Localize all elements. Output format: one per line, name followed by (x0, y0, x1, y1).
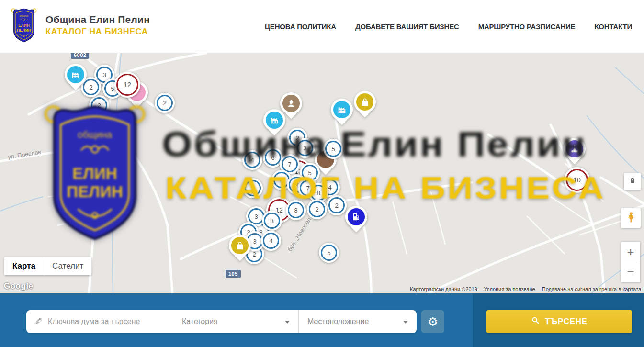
map-cluster-marker[interactable]: 4 (261, 231, 281, 251)
pegman-icon (625, 211, 637, 225)
watermark-crest: община ЕЛИН ПЕЛИН (41, 102, 149, 243)
chevron-down-icon (403, 321, 408, 324)
header: община ЕЛИН ПЕЛИН Община Елин Пелин КАТА… (0, 0, 644, 53)
map-copyright: Картографски данни ©2019 (410, 286, 477, 292)
cluster-count: 3 (253, 238, 256, 245)
svg-text:община: община (20, 14, 28, 17)
search-bar-left: ✎ Категория Местоположение ⚙ (0, 293, 473, 347)
map-cluster-marker[interactable]: 3 (262, 211, 282, 231)
road-number-shield: 105 (226, 270, 241, 278)
cluster-count: 2 (252, 251, 256, 258)
search-bar: ✎ Категория Местоположение ⚙ ТЪРСЕНЕ (0, 293, 644, 347)
nav-item-add-business[interactable]: ДОБАВЕТЕ ВАШИЯТ БИЗНЕС (355, 22, 459, 31)
keyword-field[interactable]: ✎ (26, 310, 173, 333)
nav-item-bus-schedule[interactable]: МАРШРУТНО РАЗПИСАНИЕ (478, 22, 576, 31)
cluster-count: 4 (269, 237, 272, 245)
map-pin-factory-marker[interactable] (65, 64, 87, 86)
main-nav: ЦЕНОВА ПОЛИТИКА ДОБАВЕТЕ ВАШИЯТ БИЗНЕС М… (265, 0, 632, 53)
svg-text:ЕЛИН: ЕЛИН (18, 23, 30, 28)
cluster-count: 3 (254, 213, 258, 220)
cluster-count: 2 (89, 84, 92, 91)
lock-icon (628, 176, 637, 188)
cluster-count: 3 (270, 217, 273, 224)
zoom-out-button[interactable]: − (621, 262, 640, 282)
municipality-crest-logo: община ЕЛИН ПЕЛИН (11, 8, 37, 43)
nav-item-contacts[interactable]: КОНТАКТИ (594, 22, 632, 31)
search-icon (531, 316, 540, 327)
category-select-value: Категория (182, 317, 218, 326)
map-cluster-marker[interactable]: 12 (114, 72, 140, 98)
cluster-count: 2 (163, 100, 166, 107)
search-bar-right: ТЪРСЕНЕ (473, 293, 644, 347)
watermark-subtitle: КАТАЛОГ НА БИЗНЕСА (165, 170, 606, 206)
location-select[interactable]: Местоположение (299, 310, 417, 333)
zoom-control: + − (621, 242, 640, 282)
map-cluster-marker[interactable]: 5 (319, 243, 339, 263)
nav-item-pricing[interactable]: ЦЕНОВА ПОЛИТИКА (265, 22, 336, 31)
pegman-control[interactable] (621, 208, 641, 228)
bag-icon (356, 93, 373, 111)
svg-text:ЕЛИН: ЕЛИН (72, 165, 117, 182)
search-submit-button[interactable]: ТЪРСЕНЕ (486, 310, 632, 333)
chevron-down-icon (285, 321, 290, 324)
bag-icon (231, 237, 249, 254)
google-map[interactable]: 2281332512223564754274822212833334510600… (0, 53, 644, 293)
svg-text:ПЕЛИН: ПЕЛИН (17, 28, 31, 33)
gear-icon: ⚙ (428, 315, 438, 329)
map-type-satellite-button[interactable]: Сателит (44, 257, 91, 275)
keyword-search-input[interactable] (47, 317, 173, 326)
watermark-title: Община Елин Пелин (162, 124, 587, 165)
cluster-count: 5 (327, 249, 330, 257)
cluster-count: 5 (111, 85, 114, 92)
location-select-value: Местоположение (307, 317, 369, 326)
site-title: Община Елин Пелин (45, 14, 150, 25)
map-cluster-marker[interactable]: 2 (155, 93, 175, 113)
site-subtitle: КАТАЛОГ НА БИЗНЕСА (45, 27, 150, 37)
pencil-icon: ✎ (35, 316, 42, 327)
map-pin-bag-marker[interactable] (354, 91, 376, 113)
google-logo[interactable]: Google (4, 281, 34, 291)
site-logo[interactable]: община ЕЛИН ПЕЛИН Община Елин Пелин КАТА… (11, 8, 150, 43)
worker-icon (282, 95, 300, 112)
svg-text:ПЕЛИН: ПЕЛИН (67, 183, 123, 201)
fuel-icon (348, 208, 365, 225)
map-attribution: Картографски данни ©2019 Условия за полз… (410, 286, 641, 292)
cluster-count: 8 (294, 207, 297, 214)
cluster-count: 3 (102, 71, 106, 78)
map-type-control: Карта Сателит (4, 257, 91, 275)
map-pin-worker-marker[interactable] (280, 92, 302, 114)
map-pin-fuel-marker[interactable] (345, 206, 367, 228)
cluster-count: 12 (124, 81, 131, 89)
zoom-in-button[interactable]: + (621, 242, 640, 262)
report-error-link[interactable]: Подаване на сигнал за грешка в картата (542, 286, 641, 292)
map-type-map-button[interactable]: Карта (4, 257, 44, 275)
map-pin-factory-marker[interactable] (331, 99, 353, 121)
search-button-label: ТЪРСЕНЕ (545, 317, 588, 326)
advanced-search-button[interactable]: ⚙ (421, 310, 444, 333)
terms-link[interactable]: Условия за ползване (484, 286, 535, 292)
streetview-lock-button[interactable] (624, 173, 641, 190)
map-pin-bag-marker[interactable] (229, 235, 251, 257)
search-fields-group: ✎ Категория Местоположение (26, 310, 417, 333)
road-number-shield: 6002 (71, 53, 89, 59)
category-select[interactable]: Категория (173, 310, 299, 333)
svg-text:община: община (78, 129, 113, 140)
cluster-count: 2 (315, 206, 318, 213)
factory-icon (333, 101, 350, 118)
factory-icon (67, 66, 84, 83)
